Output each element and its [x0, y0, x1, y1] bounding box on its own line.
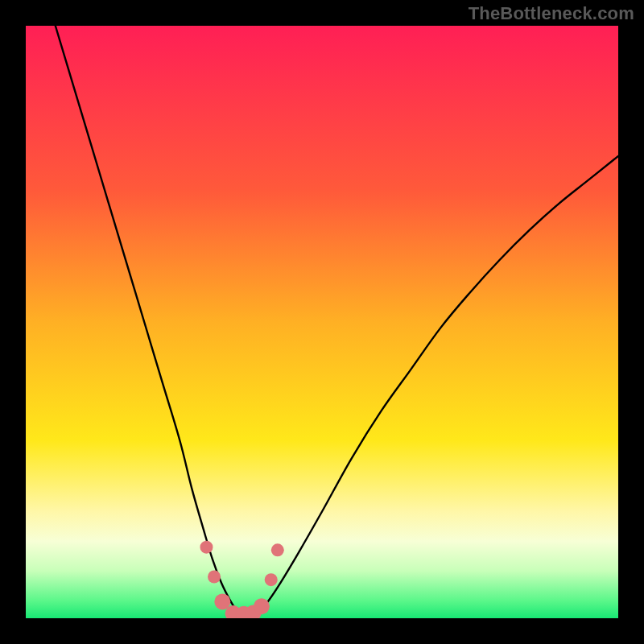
chart-frame: TheBottleneck.com — [0, 0, 644, 644]
indicator-point — [208, 570, 221, 583]
indicator-point — [271, 543, 284, 556]
indicator-point — [200, 541, 213, 554]
indicator-point — [254, 598, 270, 614]
watermark: TheBottleneck.com — [469, 3, 634, 24]
bottleneck-chart — [0, 0, 644, 644]
indicator-point — [265, 573, 278, 586]
plot-background — [26, 26, 618, 618]
